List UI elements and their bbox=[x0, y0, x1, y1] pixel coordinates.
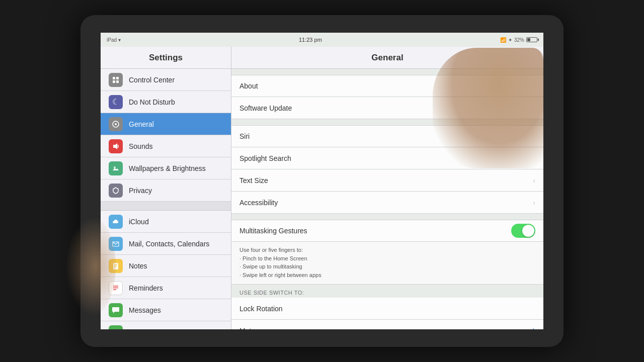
multitasking-row[interactable]: Multitasking Gestures bbox=[231, 220, 543, 242]
row-spotlight-search[interactable]: Spotlight Search bbox=[231, 147, 543, 169]
multitasking-description: Use four or five fingers to: · Pinch to … bbox=[231, 242, 543, 285]
sidebar-item-privacy[interactable]: Privacy bbox=[101, 179, 231, 202]
sidebar-item-notes[interactable]: Notes bbox=[101, 255, 231, 277]
svg-rect-0 bbox=[113, 77, 115, 79]
status-device: iPad ▾ bbox=[107, 37, 121, 43]
sidebar-divider bbox=[101, 202, 231, 211]
wallpapers-icon bbox=[109, 161, 123, 175]
icloud-icon bbox=[109, 215, 123, 229]
sidebar-label-general: General bbox=[129, 120, 154, 128]
facetime-icon bbox=[109, 325, 123, 330]
row-accessibility[interactable]: Accessibility › bbox=[231, 192, 543, 214]
row-mute[interactable]: Mute ✓ bbox=[231, 320, 543, 329]
sidebar-label-sounds: Sounds bbox=[129, 142, 152, 150]
messages-icon bbox=[109, 303, 123, 317]
mute-checkmark: ✓ bbox=[529, 326, 535, 329]
row-software-update[interactable]: Software Update bbox=[231, 97, 543, 119]
wifi-icon: 📶 bbox=[500, 37, 506, 43]
sidebar-item-facetime[interactable]: FaceTime bbox=[101, 321, 231, 329]
ipad-screen: iPad ▾ 11:23 pm 📶 ✦ 32% Settings bbox=[101, 33, 543, 329]
multitasking-block: Multitasking Gestures Use four or five f… bbox=[231, 220, 543, 285]
main-header: General bbox=[231, 47, 543, 69]
sidebar-label-icloud: iCloud bbox=[129, 218, 149, 226]
sidebar-label-notes: Notes bbox=[129, 262, 147, 270]
battery-pct: 32% bbox=[514, 37, 524, 43]
mail-icon bbox=[109, 237, 123, 251]
toggle-knob bbox=[522, 225, 534, 237]
sounds-icon bbox=[109, 139, 123, 153]
sidebar-title: Settings bbox=[149, 53, 183, 63]
sidebar-item-icloud[interactable]: iCloud bbox=[101, 211, 231, 233]
software-update-label: Software Update bbox=[239, 104, 535, 112]
control-center-icon bbox=[109, 73, 123, 87]
notes-icon bbox=[109, 259, 123, 273]
settings-group-1: About Software Update bbox=[231, 75, 543, 119]
svg-marker-6 bbox=[113, 143, 117, 149]
row-lock-rotation[interactable]: Lock Rotation bbox=[231, 298, 543, 320]
row-siri[interactable]: Siri bbox=[231, 125, 543, 147]
sidebar-label-privacy: Privacy bbox=[129, 187, 152, 195]
do-not-disturb-icon: ☾ bbox=[109, 95, 123, 109]
svg-rect-1 bbox=[116, 77, 119, 79]
row-text-size[interactable]: Text Size › bbox=[231, 169, 543, 192]
sidebar-label-messages: Messages bbox=[129, 306, 161, 314]
sidebar-label-wallpapers: Wallpapers & Brightness bbox=[129, 164, 206, 172]
multitasking-label: Multitasking Gestures bbox=[239, 227, 511, 235]
sidebar-label-reminders: Reminders bbox=[129, 284, 163, 292]
sidebar-header: Settings bbox=[101, 47, 231, 69]
siri-label: Siri bbox=[239, 132, 535, 140]
text-size-chevron: › bbox=[533, 176, 535, 185]
sidebar-label-facetime: FaceTime bbox=[129, 328, 160, 330]
sidebar-label-do-not-disturb: Do Not Disturb bbox=[129, 98, 175, 106]
text-size-label: Text Size bbox=[239, 176, 533, 185]
sidebar-item-sounds[interactable]: Sounds bbox=[101, 135, 231, 157]
svg-rect-3 bbox=[116, 80, 119, 83]
sidebar-item-general[interactable]: General bbox=[101, 113, 231, 135]
accessibility-chevron: › bbox=[533, 199, 535, 207]
sidebar: Settings Control Center ☾ bbox=[101, 47, 231, 329]
mute-label: Mute bbox=[239, 327, 529, 330]
general-icon bbox=[109, 117, 123, 131]
battery-icon bbox=[526, 37, 537, 42]
sidebar-item-messages[interactable]: Messages bbox=[101, 299, 231, 321]
sidebar-item-mail[interactable]: Mail, Contacts, Calendars bbox=[101, 233, 231, 255]
main-title: General bbox=[371, 53, 403, 63]
sidebar-item-control-center[interactable]: Control Center bbox=[101, 69, 231, 91]
accessibility-label: Accessibility bbox=[239, 199, 533, 207]
svg-rect-9 bbox=[113, 263, 118, 269]
use-side-switch-label: USE SIDE SWITCH TO: bbox=[231, 285, 543, 298]
svg-point-5 bbox=[115, 123, 117, 125]
privacy-icon bbox=[109, 184, 123, 198]
svg-rect-2 bbox=[113, 80, 115, 83]
row-about[interactable]: About bbox=[231, 75, 543, 97]
main-content: About Software Update Siri Spotlight Sea… bbox=[231, 69, 543, 329]
sidebar-item-wallpapers[interactable]: Wallpapers & Brightness bbox=[101, 157, 231, 179]
sidebar-label-control-center: Control Center bbox=[129, 76, 175, 84]
spotlight-label: Spotlight Search bbox=[239, 154, 535, 162]
sidebar-label-mail: Mail, Contacts, Calendars bbox=[129, 240, 209, 248]
status-bar: iPad ▾ 11:23 pm 📶 ✦ 32% bbox=[101, 33, 543, 47]
main-panel: General About Software Update bbox=[231, 47, 543, 329]
sidebar-items: Control Center ☾ Do Not Disturb bbox=[101, 69, 231, 329]
about-label: About bbox=[239, 82, 535, 90]
use-side-switch-section: USE SIDE SWITCH TO: Lock Rotation Mute ✓… bbox=[231, 285, 543, 329]
content-area: Settings Control Center ☾ bbox=[101, 47, 543, 329]
tablet-frame: iPad ▾ 11:23 pm 📶 ✦ 32% Settings bbox=[80, 15, 564, 347]
multitasking-toggle[interactable] bbox=[511, 224, 535, 238]
status-right: 📶 ✦ 32% bbox=[500, 37, 537, 43]
sidebar-item-reminders[interactable]: Reminders bbox=[101, 277, 231, 299]
lock-rotation-label: Lock Rotation bbox=[239, 305, 535, 313]
status-time: 11:23 pm bbox=[299, 37, 322, 43]
bluetooth-icon: ✦ bbox=[508, 37, 512, 43]
settings-group-2: Siri Spotlight Search Text Size › Access… bbox=[231, 125, 543, 214]
sidebar-item-do-not-disturb[interactable]: ☾ Do Not Disturb bbox=[101, 91, 231, 113]
reminders-icon bbox=[109, 281, 123, 295]
